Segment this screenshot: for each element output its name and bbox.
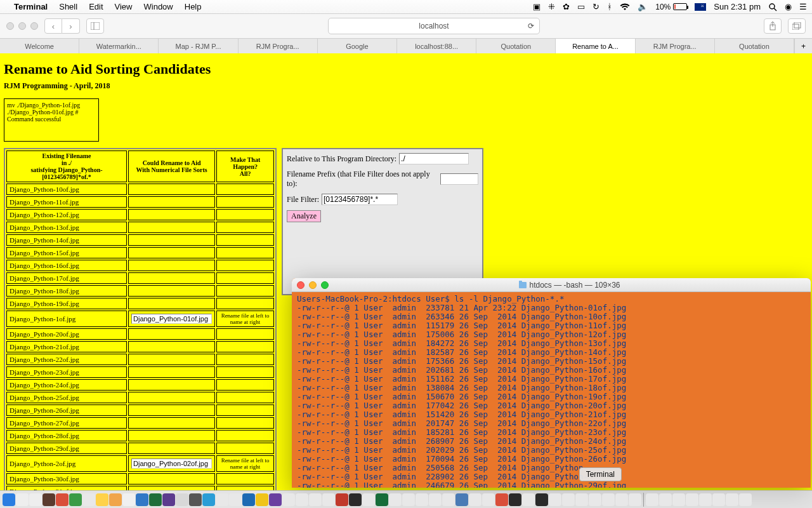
dock-app[interactable]	[509, 493, 521, 506]
browser-tab[interactable]: Watermarkin...	[79, 39, 159, 53]
dock-app[interactable]	[282, 493, 295, 506]
dock-app[interactable]	[629, 493, 641, 506]
dock-app[interactable]	[602, 493, 615, 506]
dock-app[interactable]	[256, 493, 268, 506]
reload-icon[interactable]: ⟳	[528, 22, 534, 30]
input-flag-icon[interactable]	[695, 3, 706, 11]
dock-app[interactable]	[562, 493, 575, 506]
terminal-window[interactable]: htdocs — -bash — 109×36 Users-MacBook-Pr…	[292, 278, 811, 488]
dock-app[interactable]	[162, 493, 175, 506]
dock-app[interactable]	[336, 493, 348, 506]
dock-app[interactable]	[322, 493, 335, 506]
close-button[interactable]	[6, 22, 14, 30]
filter-input[interactable]	[322, 194, 398, 205]
menu-edit[interactable]: Edit	[89, 2, 103, 11]
dock-app[interactable]	[442, 493, 455, 506]
browser-tab[interactable]: Rename to A...	[556, 39, 635, 53]
dock-app[interactable]	[402, 493, 415, 506]
browser-tab[interactable]: Quotation	[715, 39, 794, 53]
forward-button[interactable]: ›	[62, 18, 80, 34]
dock-app[interactable]	[646, 493, 658, 506]
menu-view[interactable]: View	[115, 2, 133, 11]
menu-window[interactable]: Window	[144, 2, 173, 11]
dock-app[interactable]	[389, 493, 402, 506]
dock-app[interactable]	[416, 493, 428, 506]
dock-app[interactable]	[96, 493, 108, 506]
spotlight-icon[interactable]	[768, 3, 777, 11]
dock-app[interactable]	[296, 493, 308, 506]
dock-app[interactable]	[242, 493, 255, 506]
airplay-icon[interactable]: ▭	[577, 2, 585, 11]
status-icon[interactable]: ✿	[563, 2, 570, 11]
dock-app[interactable]	[202, 493, 215, 506]
zoom-button[interactable]	[321, 281, 329, 289]
zoom-button[interactable]	[30, 22, 38, 30]
notification-icon[interactable]: ☰	[799, 2, 807, 11]
dock-app[interactable]	[535, 493, 548, 506]
browser-tab[interactable]: localhost:88...	[397, 39, 476, 53]
dock-app[interactable]	[149, 493, 162, 506]
app-name[interactable]: Terminal	[14, 2, 48, 11]
dock-app[interactable]	[3, 493, 15, 506]
relative-input[interactable]	[399, 153, 469, 164]
dock-app[interactable]	[136, 493, 148, 506]
dock-app[interactable]	[29, 493, 42, 506]
clock[interactable]: Sun 2:31 pm	[714, 2, 761, 11]
address-bar[interactable]: localhost ⟳	[328, 18, 540, 34]
dock-app[interactable]	[43, 493, 55, 506]
dock-app[interactable]	[686, 493, 698, 506]
dock-app[interactable]	[672, 493, 685, 506]
dock-app[interactable]	[376, 493, 388, 506]
rename-input[interactable]	[131, 314, 212, 324]
browser-tab[interactable]: Google	[318, 39, 397, 53]
browser-tab[interactable]: Map - RJM P...	[159, 39, 238, 53]
dock-app[interactable]	[589, 493, 601, 506]
bluetooth-icon[interactable]: ᚼ	[607, 2, 612, 11]
prefix-input[interactable]	[440, 173, 478, 185]
timemachine-icon[interactable]: ↻	[593, 2, 599, 11]
dock-app[interactable]	[216, 493, 228, 506]
dock-app[interactable]	[176, 493, 188, 506]
close-button[interactable]	[297, 281, 304, 289]
dock-app[interactable]	[69, 493, 82, 506]
dock-app[interactable]	[455, 493, 468, 506]
status-icon[interactable]: ▣	[533, 2, 540, 11]
wifi-icon[interactable]	[620, 3, 630, 11]
browser-tab[interactable]: RJM Progra...	[239, 39, 318, 53]
dock-app[interactable]	[56, 493, 69, 506]
volume-icon[interactable]: 🔈	[638, 2, 648, 11]
terminal-titlebar[interactable]: htdocs — -bash — 109×36	[292, 278, 811, 292]
dock-app[interactable]	[712, 493, 725, 506]
browser-tab[interactable]: Quotation	[476, 39, 556, 53]
dock-app[interactable]	[429, 493, 442, 506]
dock-app[interactable]	[522, 493, 535, 506]
siri-icon[interactable]: ◉	[785, 2, 792, 11]
dock-app[interactable]	[615, 493, 628, 506]
dock-app[interactable]	[495, 493, 508, 506]
menu-help[interactable]: Help	[185, 2, 202, 11]
new-tab-button[interactable]: +	[794, 39, 812, 53]
dock-app[interactable]	[739, 493, 752, 506]
dock-app[interactable]	[575, 493, 588, 506]
menu-shell[interactable]: Shell	[59, 2, 77, 11]
dock-app[interactable]	[269, 493, 282, 506]
dock-app[interactable]	[16, 493, 29, 506]
browser-tab[interactable]: RJM Progra...	[636, 39, 715, 53]
dock-app[interactable]	[109, 493, 122, 506]
sidebar-button[interactable]	[86, 18, 104, 34]
status-icon[interactable]: ⁜	[548, 2, 555, 11]
minimize-button[interactable]	[18, 22, 26, 30]
hint-cell[interactable]: Rename file at left to name at right	[216, 311, 274, 327]
terminal-body[interactable]: Users-MacBook-Pro-2:htdocs User$ ls -l D…	[292, 292, 811, 488]
dock-app[interactable]	[699, 493, 712, 506]
hint-cell[interactable]: Rename file at left to name at right	[216, 455, 274, 472]
dock-app[interactable]	[549, 493, 561, 506]
dock-app[interactable]	[309, 493, 322, 506]
dock-app[interactable]	[659, 493, 672, 506]
share-button[interactable]	[764, 18, 782, 34]
dock-app[interactable]	[82, 493, 95, 506]
dock-app[interactable]	[726, 493, 738, 506]
dock-app[interactable]	[229, 493, 242, 506]
rename-input[interactable]	[131, 458, 212, 469]
minimize-button[interactable]	[309, 281, 317, 289]
